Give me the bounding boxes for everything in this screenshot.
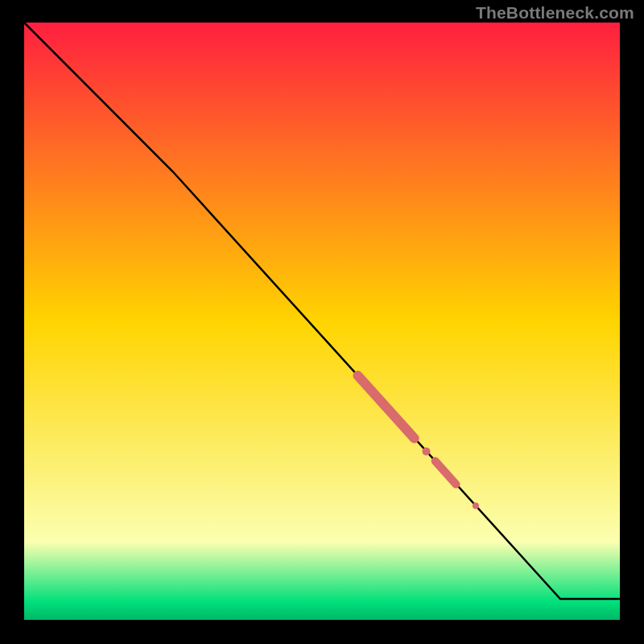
watermark-text: TheBottleneck.com: [476, 3, 634, 23]
chart-svg: [0, 0, 644, 644]
chart-container: { "watermark": "TheBottleneck.com", "col…: [0, 0, 644, 644]
svg-point-3: [473, 502, 479, 509]
svg-point-1: [423, 448, 431, 456]
